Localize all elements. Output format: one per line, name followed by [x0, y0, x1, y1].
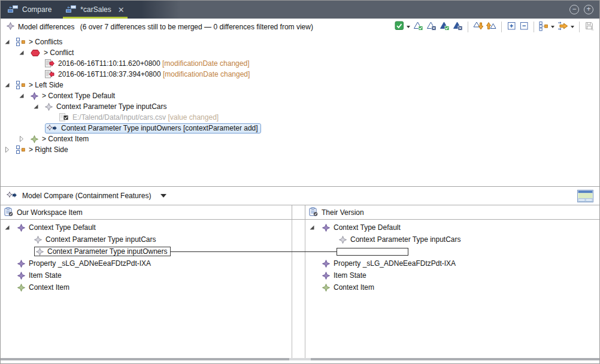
collapse-all-icon	[519, 21, 529, 32]
tree-row-label: Property _sLG_ADNeEeaFDtzPdt-IXA	[29, 259, 151, 268]
star-gray-icon	[36, 248, 44, 256]
matched-element-box[interactable]: Context Parameter Type inputOwners	[34, 247, 171, 256]
chevron-down-icon[interactable]	[160, 194, 166, 198]
tree-row[interactable]: 2016-06-16T11:08:37.394+0800 [modificati…	[1, 69, 599, 80]
tree-row[interactable]: 2016-06-16T11:10:11.620+0800 [modificati…	[1, 58, 599, 69]
close-icon[interactable]: ✕	[118, 5, 125, 14]
tree-row[interactable]: Property _sLG_ADNeEeaFDtzPdt-IXA	[305, 257, 599, 269]
tree-row[interactable]: > Conflicts	[1, 37, 599, 47]
chevron-down-icon[interactable]	[571, 26, 574, 28]
right-column-title: Their Version	[322, 208, 364, 217]
view-controls: − +	[569, 1, 599, 19]
accept-all-changes-button[interactable]	[439, 20, 450, 33]
expand-all-button[interactable]	[506, 20, 517, 33]
tree-row[interactable]: Context Type Default	[305, 222, 599, 233]
right-column-header: Their Version	[305, 205, 599, 219]
expander-expanded-icon[interactable]	[4, 81, 16, 89]
tree-row-label: > Left Side	[29, 81, 63, 89]
tree-row[interactable]: Context Parameter Type inputOwners [cont…	[1, 123, 599, 134]
tab-compare[interactable]: Compare	[1, 1, 59, 19]
star-green-icon	[31, 135, 38, 143]
compare-editor-icon	[66, 5, 76, 15]
tree-row[interactable]: Context Type Default	[1, 222, 292, 233]
star-purple-icon	[17, 260, 25, 268]
sash-handle[interactable]	[289, 358, 311, 360]
toolbar-separator	[579, 22, 580, 32]
star-purple-icon	[31, 92, 38, 100]
star-purple-icon	[322, 224, 330, 232]
tree-row[interactable]: Context Item	[1, 281, 292, 293]
expander-expanded-icon[interactable]	[33, 103, 45, 110]
layout-toggle-button[interactable]	[577, 190, 593, 202]
expand-all-icon	[507, 21, 516, 32]
tree-row[interactable]: E:/Talend/Data/Input/cars.csv [value cha…	[1, 112, 599, 123]
tree-row-label: Context Parameter Type inputOwners [cont…	[61, 124, 258, 132]
tree-row[interactable]: Item State	[1, 269, 292, 281]
their-version-tree: Context Type DefaultContext Parameter Ty…	[305, 220, 599, 359]
compare-gutter	[292, 220, 305, 359]
tree-row-label: > Context Type Default	[42, 92, 115, 100]
reject-change-button[interactable]	[426, 20, 437, 33]
tree-row[interactable]: Context Parameter Type inputCars	[305, 233, 599, 245]
star-gray-icon	[45, 103, 53, 111]
accept-change-button[interactable]	[413, 20, 424, 33]
group-icon	[16, 38, 25, 46]
tree-row-label: Context Parameter Type inputCars	[350, 235, 461, 244]
toolbar-separator	[534, 22, 534, 32]
tree-row-label: > Context Item	[42, 135, 89, 143]
filter-resolved-toggle-button[interactable]	[394, 20, 411, 33]
expander-spacer	[309, 260, 322, 267]
star-purple-icon	[322, 260, 330, 268]
expander-expanded-icon[interactable]	[4, 38, 16, 46]
group-differences-button[interactable]	[538, 20, 555, 34]
model-differences-title: Model differences	[18, 23, 75, 31]
tri-arrow-down-icon	[473, 21, 483, 32]
merge-all-to-left-button[interactable]	[486, 20, 497, 33]
tree-row[interactable]: > Context Type Default	[1, 90, 599, 101]
window-bottom-edge	[1, 358, 599, 360]
tree-row[interactable]: Item State	[305, 269, 599, 281]
groups-icon	[539, 21, 549, 33]
save-icon	[584, 21, 594, 32]
tree-row[interactable]: > Conflict	[1, 47, 599, 58]
tree-row[interactable]: Context Parameter Type inputCars	[1, 233, 292, 245]
expander-expanded-icon[interactable]	[19, 49, 31, 56]
differences-toolbar	[394, 20, 595, 34]
tree-row-label: 2016-06-16T11:08:37.394+0800	[58, 70, 161, 78]
model-differences-icon	[7, 22, 14, 32]
expander-expanded-icon[interactable]	[19, 92, 31, 99]
model-compare-panel: Model Compare (Containment Features) Our…	[1, 186, 599, 359]
tree-row-label: Item State	[29, 271, 62, 280]
expander-spacer	[4, 272, 17, 279]
missing-element-placeholder	[337, 248, 408, 256]
selected-difference[interactable]: Context Parameter Type inputOwners [cont…	[45, 123, 261, 134]
doc-left-icon	[45, 70, 54, 78]
maximize-icon[interactable]: +	[584, 5, 593, 14]
expander-expanded-icon[interactable]	[4, 224, 17, 231]
collapse-all-button[interactable]	[519, 20, 529, 33]
expander-expanded-icon[interactable]	[309, 224, 322, 231]
filter-differences-button[interactable]	[557, 20, 575, 33]
chevron-down-icon[interactable]	[407, 26, 410, 28]
tab-carsales[interactable]: *carSales ✕	[59, 1, 131, 19]
reject-all-changes-button[interactable]	[452, 20, 463, 33]
merge-all-to-right-button[interactable]	[472, 20, 484, 33]
compare-editor-icon	[8, 5, 18, 15]
tree-row-label: Context Parameter Type inputCars	[46, 235, 156, 244]
expander-spacer	[21, 236, 34, 243]
expander-spacer	[33, 60, 45, 67]
tree-row[interactable]: Property _sLG_ADNeEeaFDtzPdt-IXA	[1, 257, 292, 269]
tree-row[interactable]: > Left Side	[1, 80, 599, 90]
expander-collapsed-icon[interactable]	[19, 135, 31, 142]
tree-row[interactable]: > Right Side	[1, 144, 599, 155]
tree-row[interactable]: Context Parameter Type inputCars	[1, 101, 599, 112]
chevron-down-icon[interactable]	[551, 26, 554, 28]
minimize-icon[interactable]: −	[569, 5, 579, 14]
tree-row-label: > Right Side	[29, 145, 68, 154]
group-icon	[16, 81, 25, 89]
tree-row-label: Context Parameter Type inputOwners	[47, 247, 168, 256]
tree-row[interactable]: Context Item	[305, 281, 599, 293]
left-column-title: Our Workspace Item	[17, 208, 83, 217]
tree-row[interactable]: > Context Item	[1, 134, 599, 144]
expander-collapsed-icon[interactable]	[4, 146, 16, 153]
